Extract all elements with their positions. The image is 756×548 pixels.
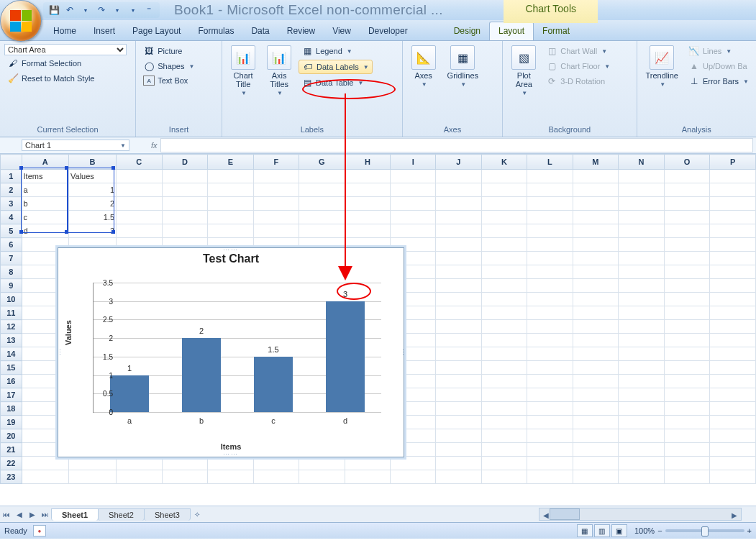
cell[interactable] — [299, 170, 345, 183]
cell[interactable] — [573, 197, 619, 211]
cell[interactable] — [436, 443, 481, 457]
cell[interactable] — [619, 334, 665, 347]
resize-handle[interactable]: ⋯ — [399, 349, 406, 357]
cell[interactable] — [710, 197, 756, 211]
row-header[interactable]: 17 — [1, 388, 22, 402]
cell[interactable] — [117, 197, 163, 211]
row-header[interactable]: 19 — [1, 416, 22, 429]
row-header[interactable]: 21 — [1, 443, 22, 457]
row-header[interactable]: 20 — [1, 429, 22, 443]
cell[interactable] — [391, 470, 436, 484]
column-header[interactable]: G — [299, 155, 345, 170]
sheet-nav-next-icon[interactable]: ▶ — [26, 508, 39, 521]
column-header[interactable]: P — [710, 155, 756, 170]
cell[interactable] — [299, 470, 345, 484]
cell[interactable] — [22, 470, 69, 484]
cell[interactable] — [664, 293, 710, 306]
textbox-button[interactable]: AText Box — [140, 74, 217, 87]
sheet-tab-3[interactable]: Sheet3 — [144, 508, 191, 521]
cell[interactable] — [436, 388, 481, 402]
cell[interactable] — [710, 265, 756, 279]
cell[interactable] — [527, 457, 573, 470]
zoom-slider-thumb[interactable] — [701, 526, 709, 536]
cell[interactable] — [664, 320, 710, 334]
cell[interactable] — [664, 265, 710, 279]
cell[interactable] — [299, 197, 345, 211]
cell[interactable] — [481, 211, 527, 224]
cell[interactable] — [481, 402, 527, 416]
column-header[interactable]: O — [664, 155, 710, 170]
embedded-chart[interactable]: ⋯⋯ ⋯⋯ ⋯ ⋯ Test Chart Values Items 1a2b1.… — [58, 247, 404, 457]
cell[interactable] — [619, 238, 665, 252]
row-header[interactable]: 18 — [1, 402, 22, 416]
cell[interactable] — [573, 293, 619, 306]
cell[interactable] — [481, 252, 527, 265]
cell[interactable] — [664, 429, 710, 443]
bar[interactable] — [254, 357, 293, 412]
column-header[interactable]: C — [117, 155, 163, 170]
cell[interactable] — [527, 211, 573, 224]
data-label[interactable]: 1.5 — [268, 345, 278, 354]
cell[interactable] — [619, 320, 665, 334]
cell[interactable] — [619, 443, 665, 457]
cell[interactable] — [436, 320, 481, 334]
cell[interactable] — [710, 416, 756, 429]
cell[interactable] — [208, 211, 253, 224]
cell[interactable] — [619, 211, 665, 224]
cell[interactable] — [162, 457, 208, 470]
cell[interactable] — [573, 238, 619, 252]
cell[interactable] — [345, 224, 391, 238]
cell[interactable] — [619, 183, 665, 197]
cell[interactable] — [162, 170, 208, 183]
tab-home[interactable]: Home — [45, 22, 85, 40]
cell[interactable] — [22, 457, 69, 470]
cell[interactable] — [436, 252, 481, 265]
cell[interactable] — [573, 265, 619, 279]
undo-dropdown-icon[interactable]: ▼ — [79, 4, 92, 17]
row-header[interactable]: 11 — [1, 306, 22, 320]
cell[interactable] — [481, 238, 527, 252]
cell[interactable]: c — [22, 211, 69, 224]
cell[interactable] — [208, 470, 253, 484]
name-box[interactable]: Chart 1▼ — [22, 140, 129, 151]
cell[interactable] — [481, 224, 527, 238]
cell[interactable] — [664, 334, 710, 347]
cell[interactable] — [710, 252, 756, 265]
cell[interactable] — [527, 252, 573, 265]
cell[interactable] — [481, 470, 527, 484]
cell[interactable] — [664, 170, 710, 183]
sheet-tab-2[interactable]: Sheet2 — [98, 508, 145, 521]
tab-page-layout[interactable]: Page Layout — [124, 22, 189, 40]
cell[interactable] — [573, 170, 619, 183]
cell[interactable] — [69, 457, 117, 470]
cell[interactable] — [481, 279, 527, 293]
cell[interactable] — [117, 457, 163, 470]
cell[interactable] — [345, 211, 391, 224]
cell[interactable] — [573, 429, 619, 443]
cell[interactable] — [573, 334, 619, 347]
row-header[interactable]: 5 — [1, 224, 22, 238]
cell[interactable] — [573, 388, 619, 402]
cell[interactable] — [710, 334, 756, 347]
column-header[interactable]: L — [527, 155, 573, 170]
cell[interactable] — [117, 224, 163, 238]
cell[interactable] — [481, 197, 527, 211]
normal-view-icon[interactable]: ▦ — [577, 524, 593, 537]
cell[interactable] — [69, 470, 117, 484]
data-label[interactable]: 1 — [127, 364, 132, 373]
cell[interactable] — [619, 402, 665, 416]
picture-button[interactable]: 🖼Picture — [140, 44, 217, 58]
formula-bar[interactable] — [160, 138, 753, 152]
chart-floor-button[interactable]: ▢Chart Floor▼ — [543, 59, 613, 73]
column-header[interactable]: I — [391, 155, 436, 170]
cell[interactable] — [664, 375, 710, 388]
cell[interactable] — [710, 211, 756, 224]
cell[interactable] — [710, 320, 756, 334]
cell[interactable] — [619, 265, 665, 279]
cell[interactable] — [527, 416, 573, 429]
cell[interactable] — [573, 347, 619, 361]
cell[interactable] — [253, 211, 299, 224]
cell[interactable] — [573, 375, 619, 388]
horizontal-scrollbar[interactable]: ◀ ▶ — [539, 508, 742, 521]
cell[interactable] — [664, 416, 710, 429]
